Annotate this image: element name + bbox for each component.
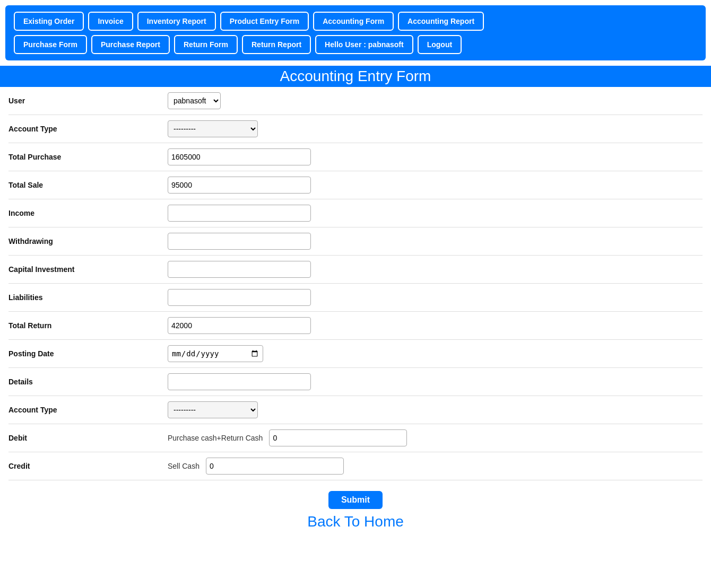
credit-input[interactable] xyxy=(206,458,344,475)
total-sale-row: Total Sale xyxy=(8,171,703,199)
posting-date-field xyxy=(168,345,263,362)
nav-container: Existing OrderInvoiceInventory ReportPro… xyxy=(5,5,706,60)
withdrawing-input[interactable] xyxy=(168,233,311,250)
liabilities-input[interactable] xyxy=(168,289,311,306)
details-input[interactable] xyxy=(168,373,311,390)
withdrawing-field xyxy=(168,233,311,250)
total-purchase-row: Total Purchase xyxy=(8,143,703,171)
invoice-btn[interactable]: Invoice xyxy=(88,12,133,31)
capital-investment-label: Capital Investment xyxy=(8,265,168,274)
details-label: Details xyxy=(8,378,168,386)
account-type-row: Account Type --------- Cash Bank Credit xyxy=(8,115,703,143)
account-type-label: Account Type xyxy=(8,125,168,133)
income-field xyxy=(168,205,311,222)
account-type2-field: --------- Cash Bank Credit xyxy=(168,401,258,418)
credit-field: Sell Cash xyxy=(168,458,344,475)
hello-user-btn[interactable]: Hello User : pabnasoft xyxy=(315,35,413,54)
liabilities-row: Liabilities xyxy=(8,284,703,312)
income-label: Income xyxy=(8,209,168,217)
account-type-field: --------- Cash Bank Credit xyxy=(168,120,258,137)
debit-sub-label: Purchase cash+Return Cash xyxy=(168,434,263,442)
user-select[interactable]: pabnasoft xyxy=(168,92,221,109)
product-entry-form-btn[interactable]: Product Entry Form xyxy=(220,12,309,31)
purchase-report-btn[interactable]: Purchase Report xyxy=(91,35,170,54)
withdrawing-row: Withdrawing xyxy=(8,227,703,256)
total-purchase-field xyxy=(168,148,311,165)
withdrawing-label: Withdrawing xyxy=(8,237,168,245)
existing-order-btn[interactable]: Existing Order xyxy=(14,12,84,31)
total-return-input[interactable] xyxy=(168,317,311,334)
page-title: Accounting Entry Form xyxy=(280,68,431,84)
account-type-select[interactable]: --------- Cash Bank Credit xyxy=(168,120,258,137)
nav-row-2: Purchase FormPurchase ReportReturn FormR… xyxy=(14,35,697,54)
user-field: pabnasoft xyxy=(168,92,221,109)
account-type2-row: Account Type --------- Cash Bank Credit xyxy=(8,396,703,424)
page-title-bar: Accounting Entry Form xyxy=(0,66,711,87)
total-purchase-label: Total Purchase xyxy=(8,153,168,161)
posting-date-input[interactable] xyxy=(168,345,263,362)
posting-date-label: Posting Date xyxy=(8,349,168,358)
return-form-btn[interactable]: Return Form xyxy=(174,35,238,54)
submit-button[interactable]: Submit xyxy=(328,491,383,509)
credit-sub-label: Sell Cash xyxy=(168,462,200,470)
total-sale-input[interactable] xyxy=(168,177,311,194)
nav-row-1: Existing OrderInvoiceInventory ReportPro… xyxy=(14,12,697,31)
debit-label: Debit xyxy=(8,434,168,442)
debit-field: Purchase cash+Return Cash xyxy=(168,429,407,446)
user-row: User pabnasoft xyxy=(8,87,703,115)
income-row: Income xyxy=(8,199,703,227)
liabilities-label: Liabilities xyxy=(8,293,168,302)
accounting-form-btn[interactable]: Accounting Form xyxy=(313,12,394,31)
debit-input[interactable] xyxy=(269,429,407,446)
income-input[interactable] xyxy=(168,205,311,222)
liabilities-field xyxy=(168,289,311,306)
posting-date-row: Posting Date xyxy=(8,340,703,368)
account-type2-label: Account Type xyxy=(8,406,168,414)
logout-btn[interactable]: Logout xyxy=(418,35,462,54)
inventory-report-btn[interactable]: Inventory Report xyxy=(137,12,216,31)
credit-row: Credit Sell Cash xyxy=(8,452,703,480)
capital-investment-input[interactable] xyxy=(168,261,311,278)
total-return-field xyxy=(168,317,311,334)
form-container: User pabnasoft Account Type --------- Ca… xyxy=(0,87,711,480)
details-row: Details xyxy=(8,368,703,396)
credit-label: Credit xyxy=(8,462,168,470)
total-sale-label: Total Sale xyxy=(8,181,168,189)
total-return-label: Total Return xyxy=(8,321,168,330)
account-type2-select[interactable]: --------- Cash Bank Credit xyxy=(168,401,258,418)
back-to-home-link[interactable]: Back To Home xyxy=(0,513,711,530)
total-return-row: Total Return xyxy=(8,312,703,340)
capital-investment-field xyxy=(168,261,311,278)
return-report-btn[interactable]: Return Report xyxy=(242,35,311,54)
debit-row: Debit Purchase cash+Return Cash xyxy=(8,424,703,452)
total-sale-field xyxy=(168,177,311,194)
accounting-report-btn[interactable]: Accounting Report xyxy=(398,12,484,31)
capital-investment-row: Capital Investment xyxy=(8,256,703,284)
user-label: User xyxy=(8,96,168,105)
total-purchase-input[interactable] xyxy=(168,148,311,165)
purchase-form-btn[interactable]: Purchase Form xyxy=(14,35,87,54)
details-field xyxy=(168,373,311,390)
